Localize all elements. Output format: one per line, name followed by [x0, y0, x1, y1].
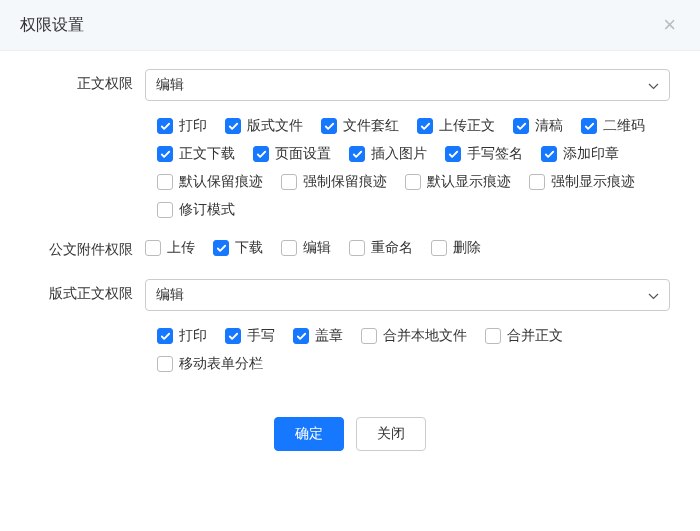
row-attachment-permission: 公文附件权限 上传下载编辑重命名删除 — [30, 235, 670, 259]
checkbox-icon — [253, 146, 269, 162]
checkbox-label: 编辑 — [303, 239, 331, 257]
checkbox-icon — [225, 328, 241, 344]
checkbox-label: 删除 — [453, 239, 481, 257]
checkbox-label: 添加印章 — [563, 145, 619, 163]
checkbox-label: 打印 — [179, 327, 207, 345]
format-checkbox[interactable]: 合并本地文件 — [361, 327, 467, 345]
checkbox-icon — [513, 118, 529, 134]
format-permission-checkboxes: 打印手写盖章合并本地文件合并正文移动表单分栏 — [30, 323, 670, 373]
select-value: 编辑 — [156, 286, 184, 302]
select-value: 编辑 — [156, 76, 184, 92]
attachment-checkbox[interactable]: 删除 — [431, 239, 481, 257]
attachment-checkbox[interactable]: 下载 — [213, 239, 263, 257]
checkbox-icon — [405, 174, 421, 190]
label-attachment-permission: 公文附件权限 — [30, 235, 145, 259]
checkbox-label: 清稿 — [535, 117, 563, 135]
close-button[interactable]: 关闭 — [356, 417, 426, 451]
main-checkbox[interactable]: 二维码 — [581, 117, 645, 135]
row-format-permission: 版式正文权限 编辑 — [30, 279, 670, 311]
checkbox-icon — [529, 174, 545, 190]
attachment-checkbox[interactable]: 编辑 — [281, 239, 331, 257]
main-checkbox[interactable]: 默认显示痕迹 — [405, 173, 511, 191]
row-main-permission: 正文权限 编辑 — [30, 69, 670, 101]
checkbox-icon — [157, 328, 173, 344]
attachment-checkbox[interactable]: 上传 — [145, 239, 195, 257]
main-checkbox[interactable]: 强制保留痕迹 — [281, 173, 387, 191]
checkbox-icon — [213, 240, 229, 256]
main-checkbox[interactable]: 添加印章 — [541, 145, 619, 163]
checkbox-icon — [485, 328, 501, 344]
checkbox-icon — [541, 146, 557, 162]
main-checkbox[interactable]: 默认保留痕迹 — [157, 173, 263, 191]
checkbox-icon — [157, 146, 173, 162]
checkbox-icon — [431, 240, 447, 256]
label-main-permission: 正文权限 — [30, 69, 145, 93]
checkbox-label: 合并正文 — [507, 327, 563, 345]
main-checkbox[interactable]: 页面设置 — [253, 145, 331, 163]
checkbox-icon — [157, 356, 173, 372]
checkbox-label: 移动表单分栏 — [179, 355, 263, 373]
main-checkbox[interactable]: 打印 — [157, 117, 207, 135]
format-checkbox[interactable]: 盖章 — [293, 327, 343, 345]
modal-header: 权限设置 × — [0, 0, 700, 51]
attachment-checkbox[interactable]: 重命名 — [349, 239, 413, 257]
checkbox-label: 二维码 — [603, 117, 645, 135]
format-checkbox[interactable]: 打印 — [157, 327, 207, 345]
checkbox-icon — [321, 118, 337, 134]
checkbox-icon — [349, 240, 365, 256]
checkbox-icon — [281, 240, 297, 256]
checkbox-label: 默认显示痕迹 — [427, 173, 511, 191]
checkbox-label: 页面设置 — [275, 145, 331, 163]
checkbox-icon — [157, 202, 173, 218]
main-checkbox[interactable]: 上传正文 — [417, 117, 495, 135]
checkbox-label: 打印 — [179, 117, 207, 135]
checkbox-icon — [445, 146, 461, 162]
checkbox-label: 强制显示痕迹 — [551, 173, 635, 191]
checkbox-icon — [281, 174, 297, 190]
checkbox-label: 盖章 — [315, 327, 343, 345]
chevron-down-icon — [648, 77, 659, 93]
format-checkbox[interactable]: 手写 — [225, 327, 275, 345]
chevron-down-icon — [648, 287, 659, 303]
checkbox-label: 版式文件 — [247, 117, 303, 135]
modal-footer: 确定 关闭 — [0, 399, 700, 471]
main-checkbox[interactable]: 强制显示痕迹 — [529, 173, 635, 191]
label-format-permission: 版式正文权限 — [30, 279, 145, 303]
checkbox-label: 手写 — [247, 327, 275, 345]
select-format-permission[interactable]: 编辑 — [145, 279, 670, 311]
checkbox-label: 上传正文 — [439, 117, 495, 135]
checkbox-icon — [157, 118, 173, 134]
confirm-button[interactable]: 确定 — [274, 417, 344, 451]
checkbox-label: 正文下载 — [179, 145, 235, 163]
format-checkbox[interactable]: 合并正文 — [485, 327, 563, 345]
checkbox-label: 修订模式 — [179, 201, 235, 219]
checkbox-label: 插入图片 — [371, 145, 427, 163]
checkbox-label: 手写签名 — [467, 145, 523, 163]
checkbox-label: 下载 — [235, 239, 263, 257]
main-checkbox[interactable]: 手写签名 — [445, 145, 523, 163]
close-icon[interactable]: × — [659, 14, 680, 36]
main-checkbox[interactable]: 插入图片 — [349, 145, 427, 163]
main-checkbox[interactable]: 文件套红 — [321, 117, 399, 135]
checkbox-label: 重命名 — [371, 239, 413, 257]
checkbox-label: 强制保留痕迹 — [303, 173, 387, 191]
checkbox-label: 上传 — [167, 239, 195, 257]
modal-title: 权限设置 — [20, 15, 84, 36]
modal-body: 正文权限 编辑 打印版式文件文件套红上传正文清稿二维码正文下载页面设置插入图片手… — [0, 51, 700, 399]
main-checkbox[interactable]: 修订模式 — [157, 201, 235, 219]
main-checkbox[interactable]: 清稿 — [513, 117, 563, 135]
select-main-permission[interactable]: 编辑 — [145, 69, 670, 101]
checkbox-icon — [145, 240, 161, 256]
main-checkbox[interactable]: 版式文件 — [225, 117, 303, 135]
format-checkbox[interactable]: 移动表单分栏 — [157, 355, 263, 373]
checkbox-icon — [349, 146, 365, 162]
checkbox-label: 文件套红 — [343, 117, 399, 135]
checkbox-label: 合并本地文件 — [383, 327, 467, 345]
checkbox-icon — [225, 118, 241, 134]
checkbox-icon — [581, 118, 597, 134]
checkbox-icon — [293, 328, 309, 344]
checkbox-icon — [417, 118, 433, 134]
main-checkbox[interactable]: 正文下载 — [157, 145, 235, 163]
checkbox-icon — [361, 328, 377, 344]
main-permission-checkboxes: 打印版式文件文件套红上传正文清稿二维码正文下载页面设置插入图片手写签名添加印章默… — [30, 113, 670, 219]
